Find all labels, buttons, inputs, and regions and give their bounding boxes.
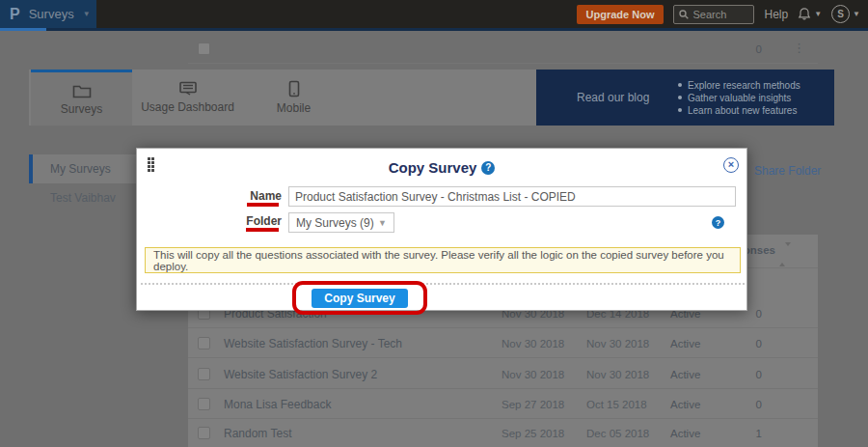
product-name: Surveys — [29, 7, 74, 21]
survey-name-input[interactable] — [288, 186, 736, 207]
folder-dropdown[interactable]: My Surveys (9) ▼ — [288, 212, 394, 233]
status-label: Active — [670, 369, 700, 380]
created-date: Nov 30 2018 — [502, 369, 564, 380]
chevron-down-icon: ▼ — [378, 218, 387, 228]
red-annotation-underline — [247, 203, 279, 207]
product-switcher[interactable]: P Surveys ▼ — [0, 0, 96, 28]
upgrade-now-button[interactable]: Upgrade Now — [577, 5, 665, 24]
name-field-label: Name — [224, 189, 282, 203]
top-header-bar: P Surveys ▼ Upgrade Now Help ▼ S ▼ — [0, 0, 868, 31]
app-logo: P — [10, 7, 20, 22]
bullet-dot-icon — [678, 83, 682, 87]
survey-name[interactable]: Website Satisfaction Survey 2 — [224, 368, 377, 381]
survey-name[interactable]: Random Test — [224, 427, 291, 440]
bullet-text: Learn about new features — [688, 105, 797, 116]
help-icon[interactable]: ? — [481, 161, 495, 175]
tab-mobile[interactable]: Mobile — [243, 70, 344, 126]
chevron-down-icon: ▼ — [83, 10, 91, 18]
status-label: Active — [670, 338, 700, 349]
sort-icon[interactable] — [779, 246, 786, 264]
table-row[interactable]: Website Satisfaction Survey 2 Nov 30 201… — [188, 359, 818, 389]
responses-count: 0 — [733, 43, 762, 55]
mobile-icon — [288, 80, 300, 98]
tab-label: Usage Dashboard — [141, 100, 234, 114]
modified-date: Nov 30 2018 — [586, 369, 649, 380]
tab-surveys[interactable]: Surveys — [31, 70, 132, 126]
row-checkbox[interactable] — [198, 337, 210, 349]
header-bottom-border — [0, 28, 868, 31]
search-input[interactable] — [692, 9, 748, 20]
section-tabs-strip: Surveys Usage Dashboard Mobile Read our … — [29, 70, 834, 126]
created-date: Nov 30 2018 — [502, 338, 564, 349]
chevron-down-icon: ▼ — [814, 10, 822, 18]
table-row[interactable]: 0 ⋮ — [188, 34, 818, 64]
modified-date: Oct 15 2018 — [586, 399, 647, 410]
search-box[interactable] — [673, 5, 754, 24]
modified-date: Nov 30 2018 — [586, 338, 649, 349]
folder-field-label: Folder — [224, 214, 282, 228]
bullet-dot-icon — [678, 96, 682, 99]
created-date: Sep 27 2018 — [502, 399, 564, 410]
bullet-text: Gather valuable insights — [688, 93, 791, 103]
modified-date: Dec 05 2018 — [586, 428, 649, 439]
responses-count: 0 — [733, 369, 762, 380]
header-bottom-border-accent — [0, 28, 46, 31]
status-label: Active — [670, 428, 700, 439]
banner-bullet-item: Learn about new features — [678, 105, 800, 116]
search-icon — [679, 10, 689, 19]
banner-bullet-list: Explore research methods Gather valuable… — [678, 80, 800, 116]
dashboard-icon — [178, 81, 198, 97]
tab-usage-dashboard[interactable]: Usage Dashboard — [132, 70, 243, 126]
table-row[interactable]: Mona Lisa Feedback Sep 27 2018 Oct 15 20… — [188, 389, 818, 419]
modal-title: Copy Survey — [389, 159, 477, 176]
row-checkbox[interactable] — [198, 398, 210, 410]
survey-name[interactable]: Website Satisfaction Survey - Tech — [224, 337, 402, 350]
row-checkbox[interactable] — [198, 368, 210, 380]
warning-message: This will copy all the questions associa… — [145, 247, 741, 273]
banner-bullet-item: Explore research methods — [678, 80, 800, 91]
banner-bullet-item: Gather valuable insights — [678, 93, 800, 103]
status-label: Active — [670, 399, 700, 410]
notifications-button[interactable]: ▼ — [798, 7, 822, 21]
row-checkbox[interactable] — [198, 42, 210, 55]
banner-title: Read our blog — [577, 91, 678, 104]
help-icon[interactable]: ? — [712, 216, 724, 229]
modal-title-row: Copy Survey? — [137, 158, 746, 176]
table-row[interactable]: Website Satisfaction Survey - Tech Nov 3… — [188, 328, 818, 358]
help-link[interactable]: Help — [764, 8, 788, 21]
blog-banner[interactable]: Read our blog Explore research methods G… — [536, 70, 834, 126]
bullet-dot-icon — [678, 108, 682, 112]
survey-name[interactable]: Mona Lisa Feedback — [224, 398, 331, 411]
copy-survey-button[interactable]: Copy Survey — [312, 289, 408, 308]
bullet-text: Explore research methods — [688, 80, 800, 91]
row-checkbox[interactable] — [198, 427, 210, 439]
red-annotation-underline — [246, 228, 279, 232]
table-row[interactable]: Random Test Sep 25 2018 Dec 05 2018 Acti… — [188, 418, 818, 447]
bell-icon — [798, 7, 811, 21]
tab-label: Mobile — [277, 101, 311, 115]
kebab-menu-icon[interactable]: ⋮ — [793, 41, 805, 55]
share-folder-link[interactable]: Share Folder — [754, 164, 821, 178]
responses-count: 1 — [733, 428, 762, 439]
close-icon[interactable]: × — [723, 157, 739, 173]
chevron-down-icon: ▼ — [853, 10, 860, 18]
header-right-group: Upgrade Now Help ▼ S ▼ — [577, 0, 860, 28]
avatar: S — [831, 5, 850, 23]
folder-selected-value: My Surveys (9) — [296, 216, 374, 230]
folder-icon — [72, 83, 92, 98]
account-menu[interactable]: S ▼ — [831, 5, 860, 23]
dotted-divider — [141, 283, 745, 285]
responses-count: 0 — [733, 399, 762, 410]
created-date: Sep 25 2018 — [502, 428, 564, 439]
copy-survey-modal: Copy Survey? × Name Folder My Surveys (9… — [136, 148, 747, 311]
tab-label: Surveys — [61, 102, 102, 116]
responses-count: 0 — [733, 338, 762, 349]
